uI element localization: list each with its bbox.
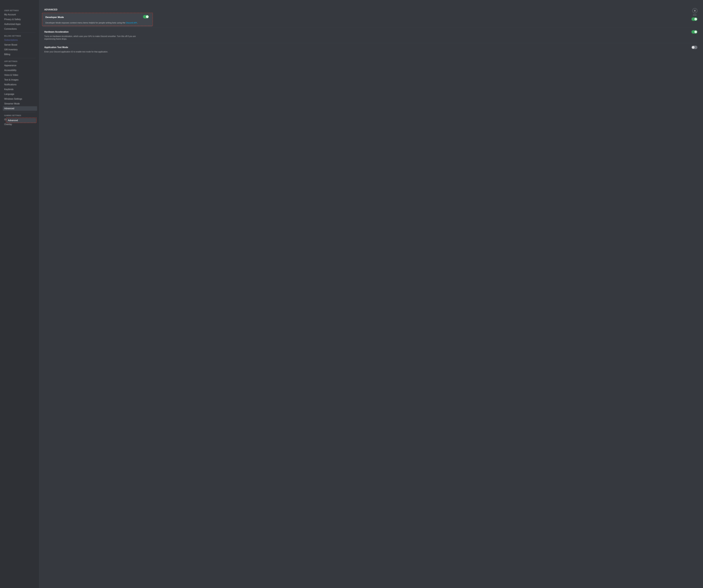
- sidebar-item-language[interactable]: Language: [3, 92, 37, 96]
- settings-main: ADVANCED Developer Mode Developer Mode e…: [39, 0, 703, 588]
- sidebar-item-notifications[interactable]: Notifications: [3, 82, 37, 87]
- sidebar-item-streamer-mode[interactable]: Streamer Mode: [3, 101, 37, 106]
- setting-title: Developer Mode: [44, 18, 62, 20]
- discord-api-link[interactable]: Discord API: [120, 22, 130, 24]
- divider: [4, 112, 36, 112]
- sidebar-item-privacy[interactable]: Privacy & Safety: [3, 17, 37, 22]
- sidebar-item-accessibility[interactable]: Accessibility: [3, 68, 37, 73]
- sidebar-item-voice-video[interactable]: Voice & Video: [3, 73, 37, 77]
- setting-desc: Enter your Discord application ID to ena…: [44, 51, 143, 53]
- sidebar-item-overlay[interactable]: Overlay: [3, 122, 37, 127]
- toggle-hardware-accel[interactable]: [692, 30, 697, 33]
- toggle-developer-mode[interactable]: [692, 17, 697, 21]
- divider: [4, 58, 36, 58]
- close-icon: [694, 9, 696, 12]
- sidebar-item-windows-settings[interactable]: Windows Settings: [3, 97, 37, 101]
- sidebar-item-text-images[interactable]: Text & Images: [3, 78, 37, 82]
- section-header-billing: BILLING SETTINGS: [3, 34, 37, 37]
- sidebar-item-advanced[interactable]: Advanced: [3, 106, 37, 111]
- sidebar-item-keybinds[interactable]: Keybinds: [3, 87, 37, 92]
- setting-app-test-mode: Application Test Mode Enter your Discord…: [44, 43, 697, 56]
- sidebar-item-authorized-apps[interactable]: Authorized Apps: [3, 22, 37, 26]
- sidebar-item-appearance[interactable]: Appearance: [3, 63, 37, 68]
- toggle-app-test-mode[interactable]: [692, 46, 697, 49]
- setting-desc: Turns on Hardware Acceleration, which us…: [44, 35, 143, 40]
- check-icon: [694, 18, 697, 20]
- page-title: ADVANCED: [44, 8, 697, 11]
- close-area: ESC: [692, 8, 697, 16]
- section-header-user: USER SETTINGS: [3, 8, 37, 12]
- sidebar-item-subscriptions[interactable]: Subscriptions: [3, 38, 37, 42]
- sidebar-item-gift-inventory[interactable]: Gift Inventory: [3, 48, 37, 52]
- sidebar-item-game-activity[interactable]: Game Activity: [3, 117, 37, 122]
- section-header-gaming: GAMING SETTINGS: [3, 113, 37, 117]
- setting-developer-mode: Developer Mode Developer Mode exposes co…: [44, 15, 697, 28]
- sidebar-item-billing[interactable]: Billing: [3, 52, 37, 57]
- settings-sidebar: USER SETTINGS My Account Privacy & Safet…: [0, 0, 39, 588]
- sidebar-item-my-account[interactable]: My Account: [3, 12, 37, 17]
- check-icon: [694, 31, 697, 33]
- setting-title: Application Test Mode: [44, 46, 68, 49]
- section-header-app: APP SETTINGS: [3, 59, 37, 63]
- x-icon: [692, 46, 694, 49]
- setting-hardware-accel: Hardware Acceleration Turns on Hardware …: [44, 28, 697, 43]
- sidebar-item-server-boost[interactable]: Server Boost: [3, 43, 37, 47]
- sidebar-item-connections[interactable]: Connections: [3, 27, 37, 31]
- setting-title: Hardware Acceleration: [44, 31, 69, 33]
- close-button[interactable]: [692, 8, 697, 13]
- close-label: ESC: [692, 14, 697, 16]
- divider: [4, 32, 36, 33]
- setting-desc: Developer Mode exposes context menu item…: [44, 22, 143, 25]
